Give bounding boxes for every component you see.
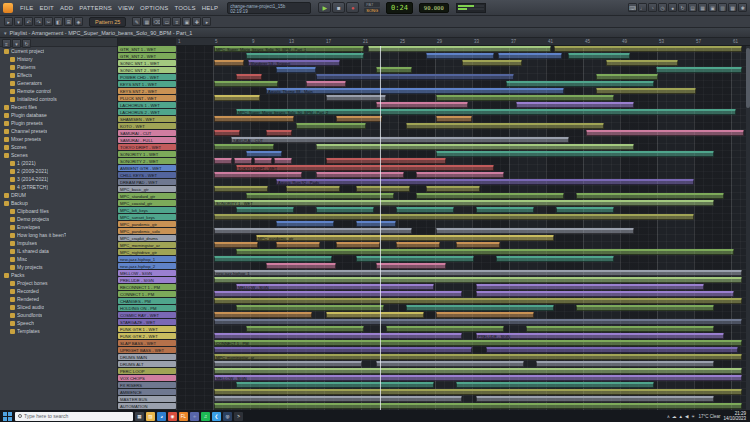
- pattern-clip[interactable]: [214, 95, 260, 101]
- track-row[interactable]: MPC_nightdrive_gtr: [118, 249, 176, 256]
- browser-item-how-long-has-it-been[interactable]: How long has it been?: [0, 231, 117, 239]
- channel-rack-icon[interactable]: ▣: [708, 3, 717, 12]
- pattern-clip[interactable]: [516, 102, 634, 108]
- browser-toggle-icon[interactable]: ▩: [728, 3, 737, 12]
- pattern-clip[interactable]: [436, 312, 534, 318]
- pattern-clip[interactable]: [576, 193, 724, 199]
- menu-edit[interactable]: EDIT: [36, 3, 56, 13]
- menu-add[interactable]: ADD: [57, 3, 76, 13]
- pattern-clip[interactable]: [526, 326, 714, 332]
- track-row[interactable]: MPC_standard_gtr: [118, 193, 176, 200]
- pattern-clip[interactable]: [214, 172, 302, 178]
- pattern-clip[interactable]: [568, 53, 630, 59]
- pattern-clip[interactable]: [214, 186, 268, 192]
- pattern-clip[interactable]: [416, 193, 564, 199]
- pattern-clip[interactable]: Aquatic Ruin 92 - Pads: [276, 179, 694, 185]
- playback-tool-icon[interactable]: ▸: [202, 17, 211, 26]
- pattern-clip[interactable]: [498, 53, 562, 59]
- pattern-clip[interactable]: [436, 116, 472, 122]
- pattern-clip[interactable]: [596, 74, 658, 80]
- pattern-clip[interactable]: [596, 88, 696, 94]
- track-row[interactable]: MPC_coastal_gtr: [118, 200, 176, 207]
- track-row[interactable]: MPC_basic_gtr: [118, 186, 176, 193]
- pattern-clip[interactable]: [246, 151, 282, 157]
- countdown-icon[interactable]: ●: [668, 3, 677, 12]
- browser-item-plugin-presets[interactable]: Plugin presets: [0, 119, 117, 127]
- browser-item-clipboard-files[interactable]: Clipboard files: [0, 207, 117, 215]
- terminal-icon[interactable]: >: [234, 412, 243, 421]
- cut-icon[interactable]: ✂: [44, 17, 53, 26]
- taskbar-clock[interactable]: 21:29 14/10/2023: [723, 411, 746, 421]
- pattern-clip[interactable]: [386, 326, 504, 332]
- pattern-clip[interactable]: [236, 305, 384, 311]
- pattern-clip[interactable]: TOKYO DRIFT - WET: [236, 165, 494, 171]
- track-row[interactable]: SONIC SNT 1 - WET: [118, 60, 176, 67]
- pattern-clip[interactable]: [396, 207, 454, 213]
- pattern-clip[interactable]: [236, 74, 262, 80]
- paint-tool-icon[interactable]: ▦: [142, 17, 151, 26]
- browser-item-project-bones[interactable]: Project bones: [0, 279, 117, 287]
- select-tool-icon[interactable]: ▣: [182, 17, 191, 26]
- redo-icon[interactable]: ↷: [34, 17, 43, 26]
- delete-tool-icon[interactable]: ⌫: [152, 17, 161, 26]
- copy-icon[interactable]: ◧: [54, 17, 63, 26]
- track-row[interactable]: new-jazz-hiphop_1: [118, 256, 176, 263]
- pattern-clip[interactable]: [326, 95, 386, 101]
- playlist-icon[interactable]: ▤: [688, 3, 697, 12]
- track-row[interactable]: new-jazz-hiphop_2: [118, 263, 176, 270]
- pattern-clip[interactable]: [336, 116, 382, 122]
- pattern-clip[interactable]: [266, 130, 292, 136]
- pattern-clip[interactable]: [234, 158, 252, 164]
- pattern-clip[interactable]: [356, 186, 410, 192]
- pattern-clip[interactable]: [406, 305, 554, 311]
- pattern-clip[interactable]: [214, 361, 362, 367]
- file-explorer-icon[interactable]: ▨: [146, 412, 155, 421]
- play-button[interactable]: ▶: [318, 2, 331, 13]
- browser-refresh-icon[interactable]: ↻: [22, 39, 31, 48]
- steam-icon[interactable]: ◎: [223, 412, 232, 421]
- browser-item-generators[interactable]: Generators: [0, 79, 117, 87]
- pattern-clip[interactable]: [214, 81, 278, 87]
- pattern-clip[interactable]: [214, 144, 274, 150]
- fl-studio-logo-icon[interactable]: [3, 3, 13, 13]
- track-row[interactable]: RECONNECT 1 - PM: [118, 284, 176, 291]
- track-row[interactable]: FUNK GTR 1 - WET: [118, 326, 176, 333]
- pattern-clip[interactable]: [214, 291, 462, 297]
- pattern-clip[interactable]: [236, 382, 434, 388]
- pattern-clip[interactable]: SONORITY 1 - WET: [214, 200, 714, 206]
- browser-item-effects[interactable]: Effects: [0, 71, 117, 79]
- start-button[interactable]: [2, 411, 13, 421]
- pattern-clip[interactable]: [376, 102, 468, 108]
- pattern-clip[interactable]: Aquatic Theme 88 - Main: [266, 88, 564, 94]
- timeline-ruler[interactable]: 15913172125293337414549535761: [176, 38, 750, 46]
- track-row[interactable]: SAMURAI - FULL: [118, 137, 176, 144]
- pattern-clip[interactable]: [276, 221, 334, 227]
- song-mode-label[interactable]: SONG: [364, 8, 380, 13]
- pattern-clip[interactable]: [236, 249, 734, 255]
- pat-song-toggle[interactable]: PAT SONG: [364, 2, 380, 13]
- piano-roll-icon[interactable]: ▦: [698, 3, 707, 12]
- browser-item-1-2021[interactable]: 1 (2021): [0, 159, 117, 167]
- zoom-tool-icon[interactable]: ✚: [192, 17, 201, 26]
- pattern-clip[interactable]: new-jazz-hiphop_1: [214, 270, 742, 276]
- track-row[interactable]: MPC_crapkit_drums: [118, 235, 176, 242]
- pattern-clip[interactable]: [214, 130, 240, 136]
- tempo-display[interactable]: 90.000: [419, 3, 449, 13]
- pattern-clip[interactable]: MELLOW - SIGN: [236, 284, 434, 290]
- undo-icon[interactable]: ↶: [24, 17, 33, 26]
- pattern-clip[interactable]: MPC_pandemic_gtr: [256, 235, 554, 241]
- browser-item-misc[interactable]: Misc: [0, 255, 117, 263]
- browser-item-history[interactable]: History: [0, 55, 117, 63]
- track-row[interactable]: FUNK GTR 2 - WET: [118, 333, 176, 340]
- track-row[interactable]: KEYS SNT 1 - WET: [118, 81, 176, 88]
- pattern-clip[interactable]: [356, 221, 396, 227]
- pattern-clip[interactable]: [356, 256, 474, 262]
- pattern-clip[interactable]: Wanderer 53 - Snippet: [248, 60, 340, 66]
- track-row[interactable]: AUTOMATION: [118, 403, 176, 410]
- track-row[interactable]: AMBIENT GTR - WET: [118, 165, 176, 172]
- pat-mode-label[interactable]: PAT: [364, 2, 380, 7]
- track-row[interactable]: KEYS SNT 2 - WET: [118, 88, 176, 95]
- track-row[interactable]: POWER CHD - WET: [118, 74, 176, 81]
- browser-item-templates[interactable]: Templates: [0, 327, 117, 335]
- track-row[interactable]: MPC_sunset_keys: [118, 214, 176, 221]
